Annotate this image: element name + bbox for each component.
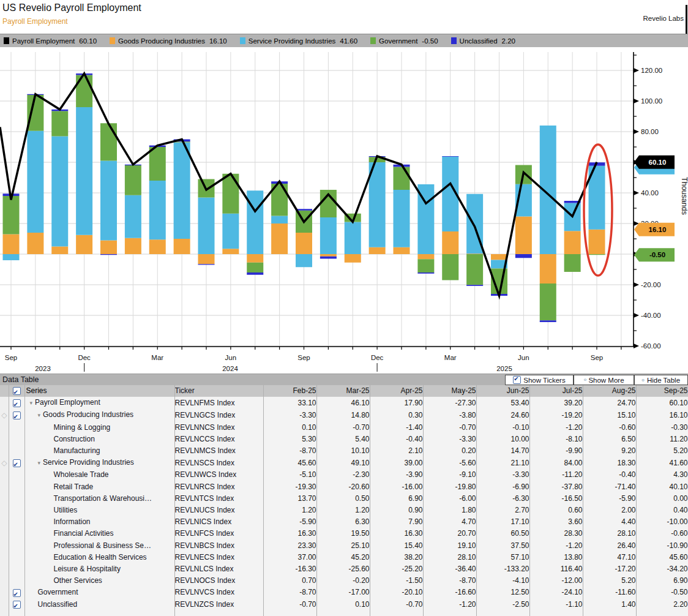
- series-name-cell[interactable]: Other Services: [24, 575, 174, 587]
- series-name-cell[interactable]: Utilities: [24, 505, 174, 516]
- legend-swatch-icon: [451, 37, 457, 44]
- series-name-cell[interactable]: Manufacturing: [24, 445, 174, 457]
- series-checkbox[interactable]: [13, 459, 21, 467]
- value-cell: 45.60: [263, 457, 316, 469]
- bar-segment: [564, 254, 581, 272]
- legend-item-2[interactable]: Service Providing Industries41.60: [240, 37, 357, 45]
- value-cell: 17.90: [370, 397, 423, 409]
- month-column-header[interactable]: May-25: [423, 385, 476, 397]
- value-cell: 9.20: [583, 445, 636, 457]
- ticker-column-header[interactable]: Ticker: [174, 385, 263, 397]
- series-checkbox[interactable]: [13, 589, 21, 597]
- legend-item-0[interactable]: Payroll Employment60.10: [4, 37, 97, 45]
- table-filler-row: [0, 610, 688, 616]
- x-quarter-label: Jun: [225, 354, 237, 361]
- value-cell: 0.40: [636, 505, 688, 516]
- value-cell: 5.20: [636, 445, 688, 457]
- value-cell: 2.10: [370, 445, 423, 457]
- month-column-header[interactable]: Feb-25: [263, 385, 316, 397]
- month-column-header[interactable]: Aug-25: [583, 385, 636, 397]
- series-name-cell[interactable]: Financial Activities: [24, 528, 174, 539]
- legend-item-4[interactable]: Unclassified2.20: [451, 37, 515, 45]
- value-cell: 0.90: [370, 505, 423, 516]
- value-cell: 20.70: [423, 528, 476, 539]
- value-cell: 25.10: [316, 540, 370, 552]
- x-quarter-label: Jun: [518, 354, 529, 361]
- series-name-cell[interactable]: Government: [24, 587, 174, 598]
- value-cell: -3.30: [423, 434, 476, 445]
- series-checkbox[interactable]: [13, 399, 21, 407]
- bar-segment: [345, 254, 361, 263]
- month-column-header[interactable]: Sep-25: [636, 385, 688, 397]
- bar-segment: [27, 233, 43, 254]
- series-name-cell[interactable]: ▾Payroll Employment: [24, 397, 174, 409]
- gutter-cell: [0, 587, 9, 598]
- bar-segment: [174, 143, 190, 239]
- value-cell: -5.90: [263, 516, 316, 528]
- x-quarter-label: Dec: [78, 354, 91, 361]
- show-more-button[interactable]: ‹› Show More: [574, 375, 634, 385]
- value-cell: -16.30: [263, 563, 316, 575]
- gutter-cell: [0, 469, 9, 481]
- value-cell: -3.80: [423, 409, 476, 421]
- month-column-header[interactable]: Jul-25: [529, 385, 583, 397]
- value-cell: 53.40: [476, 397, 529, 409]
- group-diamond-icon: ◇: [0, 457, 9, 469]
- month-column-header[interactable]: Mar-25: [316, 385, 370, 397]
- value-cell: 116.40: [529, 563, 583, 575]
- series-name: Manufacturing: [54, 446, 100, 455]
- series-name: Construction: [54, 435, 95, 443]
- table-row: ManufacturingREVLNMCS Index-8.7010.102.1…: [0, 445, 688, 457]
- value-cell: -12.00: [529, 575, 583, 587]
- value-cell: -8.70: [263, 587, 316, 598]
- x-year-label: 2023: [35, 365, 51, 372]
- collapse-triangle-icon[interactable]: ▾: [38, 460, 41, 466]
- series-name-cell[interactable]: Wholesale Trade: [24, 469, 174, 481]
- series-checkbox[interactable]: [13, 601, 21, 609]
- series-column-header[interactable]: Series: [24, 385, 174, 397]
- series-name-cell[interactable]: Leisure & Hospitality: [24, 563, 174, 575]
- series-name-cell[interactable]: Retail Trade: [24, 481, 174, 493]
- ticker-cell: REVLNFCS Index: [174, 528, 263, 539]
- value-cell: -10.00: [636, 516, 688, 528]
- x-quarter-label: Mar: [151, 354, 163, 361]
- series-name-cell[interactable]: Transportation & Warehousi…: [24, 493, 174, 505]
- value-cell: 4.40: [583, 516, 636, 528]
- bar-segment: [222, 249, 239, 254]
- bar-segment: [198, 264, 215, 265]
- show-tickers-checkbox[interactable]: [513, 376, 521, 384]
- series-name-cell[interactable]: Construction: [24, 434, 174, 445]
- series-name-cell[interactable]: Information: [24, 516, 174, 528]
- bar-segment: [76, 107, 92, 235]
- bar-segment: [198, 254, 215, 264]
- series-name-cell[interactable]: Mining & Logging: [24, 422, 174, 434]
- collapse-triangle-icon[interactable]: ▾: [38, 412, 41, 418]
- legend-item-1[interactable]: Goods Producing Industries16.10: [110, 37, 227, 45]
- value-cell: -0.60: [583, 422, 636, 434]
- bar-segment: [394, 247, 410, 254]
- series-checkbox-cell: [9, 445, 24, 457]
- ticker-cell: REVLNFMS Index: [174, 397, 263, 409]
- ticker-cell: REVLNNCS Index: [174, 422, 263, 434]
- series-name-cell[interactable]: Education & Health Services: [24, 552, 174, 563]
- series-name-cell[interactable]: Professional & Business Se…: [24, 540, 174, 552]
- series-checkbox[interactable]: [13, 411, 21, 419]
- series-name: Government: [38, 588, 78, 596]
- table-row: ▾Payroll EmploymentREVLNFMS Index33.1046…: [0, 397, 688, 409]
- axis-tag-label: -0.50: [649, 251, 665, 258]
- table-row: InformationREVLNICS Index-5.906.307.904.…: [0, 516, 688, 528]
- series-name-cell[interactable]: Unclassified: [24, 599, 174, 610]
- x-quarter-label: Dec: [371, 354, 384, 361]
- series-name-cell[interactable]: ▾Goods Producing Industries: [24, 409, 174, 421]
- series-checkbox-cell: [9, 457, 24, 469]
- value-cell: -9.90: [529, 445, 583, 457]
- month-column-header[interactable]: Apr-25: [370, 385, 423, 397]
- hide-table-button[interactable]: ‹› Hide Table: [634, 375, 688, 385]
- legend-item-3[interactable]: Government-0.50: [370, 37, 438, 45]
- select-all-checkbox[interactable]: [13, 387, 21, 395]
- show-tickers-toggle[interactable]: Show Tickers: [505, 375, 574, 385]
- collapse-triangle-icon[interactable]: ▾: [30, 400, 33, 406]
- month-column-header[interactable]: Jun-25: [476, 385, 529, 397]
- bar-segment: [271, 216, 288, 224]
- series-name-cell[interactable]: ▾Service Providing Industries: [24, 457, 174, 469]
